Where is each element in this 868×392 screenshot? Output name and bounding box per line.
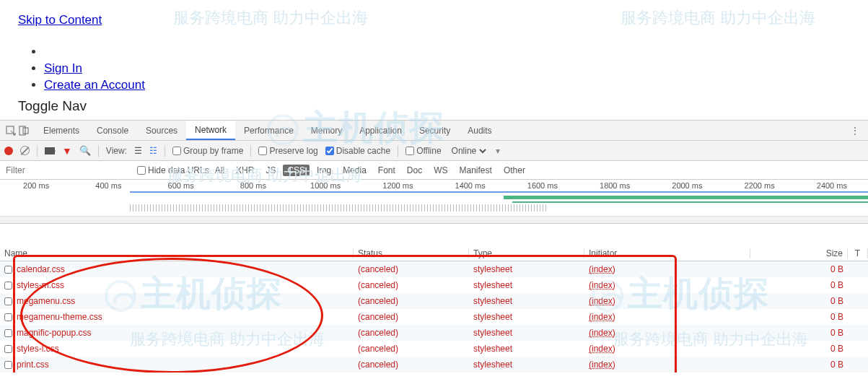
- group-by-frame-checkbox[interactable]: Group by frame: [172, 146, 243, 156]
- table-row[interactable]: magnific-popup.css(canceled)stylesheet(i…: [0, 325, 868, 341]
- file-name: styles-l.css: [17, 344, 59, 354]
- tab-application[interactable]: Application: [351, 121, 411, 140]
- inspect-icon[interactable]: [6, 126, 16, 136]
- row-checkbox[interactable]: [4, 266, 12, 274]
- row-checkbox[interactable]: [4, 282, 12, 289]
- network-table: Name Status Type Initiator Size T calend…: [0, 245, 868, 373]
- size-cell: 0 B: [750, 296, 848, 306]
- devtools-panel: Elements Console Sources Network Perform…: [0, 120, 868, 373]
- tab-audits[interactable]: Audits: [459, 121, 500, 140]
- timeline-tick: 600 ms: [145, 181, 217, 190]
- search-icon[interactable]: 🔍: [79, 145, 91, 156]
- table-row[interactable]: print.css(canceled)stylesheet(index)0 B: [0, 357, 868, 373]
- filter-media[interactable]: Media: [338, 165, 371, 176]
- view-label: View:: [106, 146, 127, 156]
- row-checkbox[interactable]: [4, 329, 12, 337]
- table-row[interactable]: megamenu.css(canceled)stylesheet(index)0…: [0, 293, 868, 309]
- timeline-tick: 1600 ms: [507, 181, 579, 190]
- filter-xhr[interactable]: XHR: [232, 165, 258, 176]
- filter-js[interactable]: JS: [261, 165, 280, 176]
- divider: [250, 145, 251, 157]
- skip-to-content-link[interactable]: Skip to Content: [18, 13, 102, 27]
- col-type[interactable]: Type: [469, 248, 584, 258]
- devtools-tabbar: Elements Console Sources Network Perform…: [0, 121, 868, 141]
- timeline-tick: 200 ms: [0, 181, 72, 190]
- divider: [37, 145, 38, 157]
- divider: [398, 145, 398, 157]
- tab-elements[interactable]: Elements: [35, 121, 88, 140]
- initiator-link[interactable]: (index): [589, 280, 615, 290]
- row-checkbox[interactable]: [4, 313, 12, 321]
- filter-manifest[interactable]: Manifest: [455, 165, 496, 176]
- filter-all[interactable]: All: [211, 165, 229, 176]
- filter-css[interactable]: CSS: [283, 165, 310, 176]
- filter-toggle-icon[interactable]: ▼: [62, 145, 72, 157]
- tab-performance[interactable]: Performance: [235, 121, 302, 140]
- tab-console[interactable]: Console: [88, 121, 137, 140]
- toggle-nav[interactable]: Toggle Nav: [18, 98, 862, 114]
- table-row[interactable]: megamenu-theme.css(canceled)stylesheet(i…: [0, 309, 868, 325]
- initiator-link[interactable]: (index): [589, 344, 615, 354]
- type-cell: stylesheet: [469, 296, 584, 306]
- offline-checkbox[interactable]: Offline: [405, 146, 441, 156]
- initiator-link[interactable]: (index): [589, 312, 615, 322]
- tab-security[interactable]: Security: [411, 121, 459, 140]
- view-list-icon[interactable]: ☰: [134, 146, 142, 156]
- initiator-link[interactable]: (index): [589, 360, 615, 370]
- more-menu-icon[interactable]: ⋮: [842, 126, 868, 136]
- col-name[interactable]: Name: [0, 248, 354, 258]
- device-toggle-icon[interactable]: [19, 126, 29, 136]
- file-name: megamenu-theme.css: [17, 312, 102, 322]
- throttling-select[interactable]: Online: [449, 145, 488, 157]
- timeline-tick: 400 ms: [72, 181, 144, 190]
- size-cell: 0 B: [750, 280, 848, 290]
- size-cell: 0 B: [750, 344, 848, 354]
- file-name: print.css: [17, 360, 49, 370]
- record-button[interactable]: [4, 147, 13, 155]
- file-name: megamenu.css: [17, 296, 75, 306]
- table-row[interactable]: styles-l.css(canceled)stylesheet(index)0…: [0, 341, 868, 357]
- tab-network[interactable]: Network: [186, 121, 235, 140]
- network-toolbar: ▼ 🔍 View: ☰ ☷ Group by frame Preserve lo…: [0, 141, 868, 161]
- status-cell: (canceled): [354, 344, 469, 354]
- col-status[interactable]: Status: [354, 248, 469, 258]
- sign-in-link[interactable]: Sign In: [44, 61, 82, 75]
- timeline-scrollbar[interactable]: [0, 216, 868, 223]
- col-size[interactable]: Size: [750, 248, 848, 258]
- status-cell: (canceled): [354, 280, 469, 290]
- initiator-link[interactable]: (index): [589, 264, 615, 274]
- page-content: Skip to Content Sign In Create an Accoun…: [0, 0, 868, 117]
- create-account-link[interactable]: Create an Account: [44, 78, 145, 92]
- row-checkbox[interactable]: [4, 361, 12, 369]
- type-cell: stylesheet: [469, 280, 584, 290]
- screenshot-icon[interactable]: [45, 147, 55, 154]
- type-cell: stylesheet: [469, 264, 584, 274]
- filter-other[interactable]: Other: [499, 165, 530, 176]
- initiator-link[interactable]: (index): [589, 328, 615, 338]
- tab-sources[interactable]: Sources: [137, 121, 186, 140]
- hide-data-urls-checkbox[interactable]: Hide data URLs: [137, 165, 209, 175]
- col-initiator[interactable]: Initiator: [584, 248, 750, 258]
- file-name: magnific-popup.css: [17, 328, 91, 338]
- filter-bar: Hide data URLs All XHR JS CSS Img Media …: [0, 161, 868, 180]
- filter-img[interactable]: Img: [312, 165, 336, 176]
- size-cell: 0 B: [750, 264, 848, 274]
- disable-cache-checkbox[interactable]: Disable cache: [325, 146, 390, 156]
- status-cell: (canceled): [354, 264, 469, 274]
- table-row[interactable]: styles-m.css(canceled)stylesheet(index)0…: [0, 277, 868, 293]
- row-checkbox[interactable]: [4, 297, 12, 305]
- filter-ws[interactable]: WS: [429, 165, 452, 176]
- table-row[interactable]: calendar.css(canceled)stylesheet(index)0…: [0, 261, 868, 277]
- timeline-tick: 800 ms: [217, 181, 289, 190]
- initiator-link[interactable]: (index): [589, 296, 615, 306]
- clear-button[interactable]: [20, 146, 30, 155]
- view-waterfall-icon[interactable]: ☷: [149, 146, 157, 156]
- row-checkbox[interactable]: [4, 345, 12, 353]
- tab-memory[interactable]: Memory: [302, 121, 351, 140]
- timeline-overview[interactable]: 200 ms400 ms600 ms800 ms1000 ms1200 ms14…: [0, 180, 868, 224]
- filter-doc[interactable]: Doc: [403, 165, 426, 176]
- preserve-log-checkbox[interactable]: Preserve log: [258, 146, 317, 156]
- filter-input[interactable]: [0, 162, 137, 178]
- col-t[interactable]: T: [848, 248, 868, 258]
- filter-font[interactable]: Font: [374, 165, 400, 176]
